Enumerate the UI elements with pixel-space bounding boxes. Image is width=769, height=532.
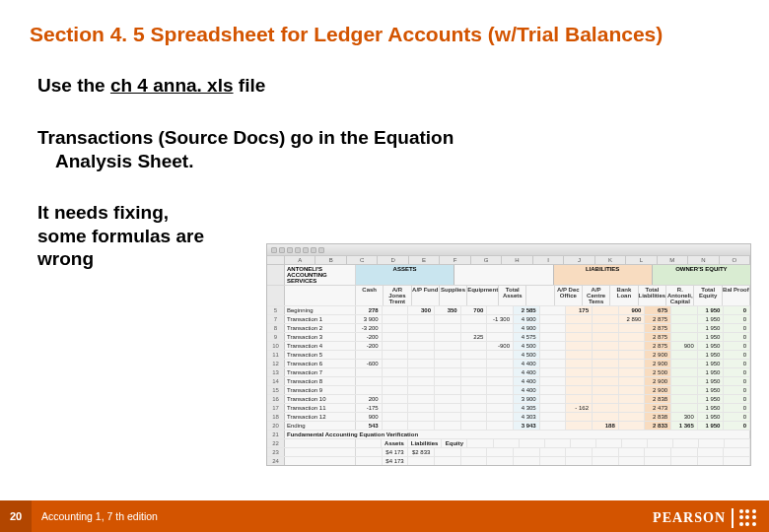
instruction-line-1: Use the ch 4 anna. xls file <box>37 75 739 97</box>
fix1: It needs fixing, <box>37 201 264 225</box>
spreadsheet-row: 7Transaction 13 900-1 3004 9002 8902 875… <box>267 314 750 323</box>
fix3: wrong <box>37 247 264 271</box>
slide-footer: 20 Accounting 1, 7 th edition PEARSON <box>0 500 769 532</box>
slide-title: Section 4. 5 Spreadsheet for Ledger Acco… <box>0 0 769 47</box>
company-name-3: SERVICES <box>287 278 353 284</box>
spreadsheet-row: 16Transaction 102003 9002 8381 9500 <box>267 394 750 403</box>
line2b: Analysis Sheet. <box>37 150 739 173</box>
verification-header-row: 22 AssetsLiabilitiesEquity <box>267 438 750 447</box>
instruction-line-2: Transactions (Source Docs) go in the Equ… <box>37 126 739 173</box>
spreadsheet-row: 12Transaction 6-6004 4002 9001 9500 <box>267 359 750 367</box>
spreadsheet-row: 13Transaction 74 4002 5001 9500 <box>267 367 750 376</box>
spreadsheet-subheaders: CashA/R Jones TremtA/P FundSuppliesEquip… <box>267 285 750 305</box>
section-assets: ASSETS <box>356 265 454 285</box>
spreadsheet-row: 15Transaction 94 4002 9001 9500 <box>267 385 750 394</box>
spreadsheet-section-row: ANTONELI'S ACCOUNTING SERVICES ASSETS LI… <box>267 265 750 285</box>
line1-post: file <box>234 75 266 96</box>
brand-name: PEARSON <box>653 510 726 526</box>
fix2: some formulas are <box>37 225 264 248</box>
spreadsheet-row: 5Beginning2783003507002 5851759006751 95… <box>267 305 750 314</box>
spreadsheet-row: 17Transaction 11-1754 305- 1622 4731 950… <box>267 403 750 412</box>
spreadsheet-row: 14Transaction 84 4002 9001 9500 <box>267 376 750 385</box>
spreadsheet-screenshot: ABCDEFGHIJKLMNO ANTONELI'S ACCOUNTING SE… <box>266 243 751 466</box>
spreadsheet-row: 11Transaction 54 5002 9001 9500 <box>267 350 750 359</box>
verification-row-2: 24 $4 173 <box>267 456 750 465</box>
verification-label-row: 21 Fundamental Accounting Equation Verif… <box>267 430 750 438</box>
spreadsheet-row: 18Transaction 129004 3032 8383001 9500 <box>267 412 750 421</box>
page-number: 20 <box>0 500 32 532</box>
verification-row-1: 23 $4 173$2 833 <box>267 447 750 456</box>
pearson-logo: PEARSON <box>653 508 757 528</box>
spreadsheet-row: 8Transaction 2-3 2004 9002 8751 9500 <box>267 323 750 332</box>
spreadsheet-row: 10Transaction 4-200-9004 5002 8759001 95… <box>267 341 750 350</box>
spreadsheet-row: 9Transaction 3-2002254 5752 8751 9500 <box>267 332 750 341</box>
filename: ch 4 anna. xls <box>110 75 234 96</box>
section-liabilities: LIABILITIES <box>554 265 653 285</box>
line1-pre: Use the <box>37 75 110 96</box>
spreadsheet-column-headers: ABCDEFGHIJKLMNO <box>267 256 750 265</box>
footer-text: Accounting 1, 7 th edition <box>32 510 158 522</box>
line2a: Transactions (Source Docs) go in the Equ… <box>37 126 739 150</box>
spreadsheet-row: 20Ending5433 9431882 8331 3651 9500 <box>267 421 750 430</box>
spreadsheet-toolbar <box>267 244 750 256</box>
fix-note: It needs fixing, some formulas are wrong <box>37 201 264 271</box>
section-equity: OWNER'S EQUITY <box>653 265 750 285</box>
